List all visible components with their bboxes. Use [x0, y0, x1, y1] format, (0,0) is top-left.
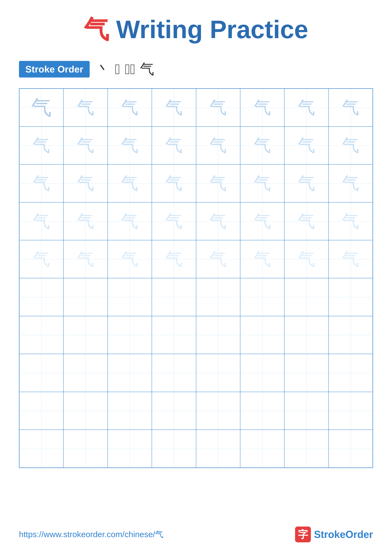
- grid-cell-r8-c2[interactable]: [64, 354, 107, 392]
- grid-cell-r3-c7[interactable]: 气: [284, 164, 328, 202]
- grid-cell-r1-c1[interactable]: 气: [19, 89, 64, 127]
- grid-cell-r9-c6[interactable]: [240, 392, 284, 430]
- grid-cell-r2-c3[interactable]: 气: [108, 127, 152, 165]
- grid-cell-r6-c3[interactable]: [108, 278, 152, 316]
- grid-cell-r1-c5[interactable]: 气: [196, 89, 240, 127]
- grid-cell-r1-c8[interactable]: 气: [328, 89, 373, 127]
- grid-cell-r7-c1[interactable]: [19, 316, 64, 354]
- grid-cell-r1-c7[interactable]: 气: [284, 89, 328, 127]
- grid-cell-r1-c4[interactable]: 气: [152, 89, 196, 127]
- grid-cell-r5-c5[interactable]: 气: [196, 240, 240, 278]
- char-r1-c5: 气: [209, 99, 227, 116]
- grid-cell-r7-c7[interactable]: [284, 316, 328, 354]
- grid-cell-r8-c4[interactable]: [152, 354, 196, 392]
- grid-cell-r4-c8[interactable]: 气: [328, 202, 373, 240]
- logo-text: StrokeOrder: [314, 529, 373, 540]
- logo-text-order: Order: [346, 529, 373, 540]
- grid-cell-r5-c3[interactable]: 气: [108, 240, 152, 278]
- grid-cell-r2-c6[interactable]: 气: [240, 127, 284, 165]
- char-r2-c1: 气: [33, 137, 50, 154]
- grid-cell-r6-c8[interactable]: [328, 278, 373, 316]
- logo-text-stroke: Stroke: [314, 529, 346, 540]
- grid-cell-r7-c6[interactable]: [240, 316, 284, 354]
- grid-cell-r10-c8[interactable]: [328, 430, 373, 468]
- grid-cell-r5-c4[interactable]: 气: [152, 240, 196, 278]
- grid-cell-r4-c2[interactable]: 气: [64, 202, 107, 240]
- grid-cell-r10-c2[interactable]: [64, 430, 107, 468]
- grid-cell-r7-c2[interactable]: [64, 316, 107, 354]
- footer-logo: 字 StrokeOrder: [295, 526, 373, 542]
- grid-cell-r4-c5[interactable]: 气: [196, 202, 240, 240]
- grid-cell-r3-c4[interactable]: 气: [152, 164, 196, 202]
- char-r2-c6: 气: [254, 137, 271, 154]
- grid-cell-r8-c6[interactable]: [240, 354, 284, 392]
- grid-cell-r10-c5[interactable]: [196, 430, 240, 468]
- grid-cell-r10-c1[interactable]: [19, 430, 64, 468]
- grid-cell-r8-c3[interactable]: [108, 354, 152, 392]
- grid-cell-r3-c8[interactable]: 气: [328, 164, 373, 202]
- grid-cell-r3-c3[interactable]: 气: [108, 164, 152, 202]
- grid-cell-r10-c7[interactable]: [284, 430, 328, 468]
- grid-cell-r7-c3[interactable]: [108, 316, 152, 354]
- grid-cell-r8-c7[interactable]: [284, 354, 328, 392]
- grid-cell-r8-c5[interactable]: [196, 354, 240, 392]
- grid-cell-r4-c6[interactable]: 气: [240, 202, 284, 240]
- grid-cell-r4-c1[interactable]: 气: [19, 202, 64, 240]
- grid-cell-r2-c4[interactable]: 气: [152, 127, 196, 165]
- grid-cell-r3-c2[interactable]: 气: [64, 164, 107, 202]
- grid-cell-r3-c1[interactable]: 气: [19, 164, 64, 202]
- grid-cell-r2-c2[interactable]: 气: [64, 127, 107, 165]
- char-r2-c2: 气: [77, 137, 94, 154]
- title-character: 气: [84, 15, 109, 44]
- grid-cell-r9-c4[interactable]: [152, 392, 196, 430]
- page: 气 Writing Practice Stroke Order 丶 𠃋 𠃋气 气…: [0, 0, 392, 555]
- grid-cell-r5-c8[interactable]: 气: [328, 240, 373, 278]
- grid-cell-r9-c8[interactable]: [328, 392, 373, 430]
- grid-cell-r10-c3[interactable]: [108, 430, 152, 468]
- grid-cell-r4-c7[interactable]: 气: [284, 202, 328, 240]
- grid-cell-r6-c1[interactable]: [19, 278, 64, 316]
- char-r3-c5: 气: [209, 175, 227, 192]
- grid-cell-r4-c4[interactable]: 气: [152, 202, 196, 240]
- grid-cell-r10-c6[interactable]: [240, 430, 284, 468]
- grid-cell-r5-c1[interactable]: 气: [19, 240, 64, 278]
- grid-cell-r2-c5[interactable]: 气: [196, 127, 240, 165]
- grid-cell-r9-c2[interactable]: [64, 392, 107, 430]
- char-r4-c7: 气: [298, 213, 315, 230]
- grid-cell-r2-c8[interactable]: 气: [328, 127, 373, 165]
- grid-cell-r8-c1[interactable]: [19, 354, 64, 392]
- grid-cell-r6-c4[interactable]: [152, 278, 196, 316]
- grid-cell-r3-c6[interactable]: 气: [240, 164, 284, 202]
- char-r5-c3: 气: [121, 250, 138, 268]
- grid-cell-r2-c1[interactable]: 气: [19, 127, 64, 165]
- grid-cell-r5-c2[interactable]: 气: [64, 240, 107, 278]
- grid-cell-r9-c3[interactable]: [108, 392, 152, 430]
- grid-cell-r9-c1[interactable]: [19, 392, 64, 430]
- grid-cell-r1-c6[interactable]: 气: [240, 89, 284, 127]
- grid-cell-r7-c5[interactable]: [196, 316, 240, 354]
- grid-cell-r6-c2[interactable]: [64, 278, 107, 316]
- grid-cell-r2-c7[interactable]: 气: [284, 127, 328, 165]
- grid-cell-r6-c7[interactable]: [284, 278, 328, 316]
- grid-cell-r9-c7[interactable]: [284, 392, 328, 430]
- grid-cell-r4-c3[interactable]: 气: [108, 202, 152, 240]
- grid-cell-r3-c5[interactable]: 气: [196, 164, 240, 202]
- char-r3-c8: 气: [342, 175, 359, 192]
- grid-cell-r6-c5[interactable]: [196, 278, 240, 316]
- grid-cell-r1-c3[interactable]: 气: [108, 89, 152, 127]
- grid-cell-r9-c5[interactable]: [196, 392, 240, 430]
- char-r3-c2: 气: [77, 175, 94, 192]
- grid-cell-r1-c2[interactable]: 气: [64, 89, 107, 127]
- stroke-2: 𠃋: [115, 61, 120, 77]
- grid-cell-r5-c6[interactable]: 气: [240, 240, 284, 278]
- grid-cell-r7-c8[interactable]: [328, 316, 373, 354]
- grid-cell-r10-c4[interactable]: [152, 430, 196, 468]
- stroke-order-badge: Stroke Order: [19, 61, 90, 78]
- char-r2-c7: 气: [298, 137, 315, 154]
- grid-cell-r8-c8[interactable]: [328, 354, 373, 392]
- stroke-1: 丶: [96, 59, 110, 79]
- grid-cell-r5-c7[interactable]: 气: [284, 240, 328, 278]
- footer-url[interactable]: https://www.strokeorder.com/chinese/气: [19, 529, 163, 540]
- grid-cell-r6-c6[interactable]: [240, 278, 284, 316]
- grid-cell-r7-c4[interactable]: [152, 316, 196, 354]
